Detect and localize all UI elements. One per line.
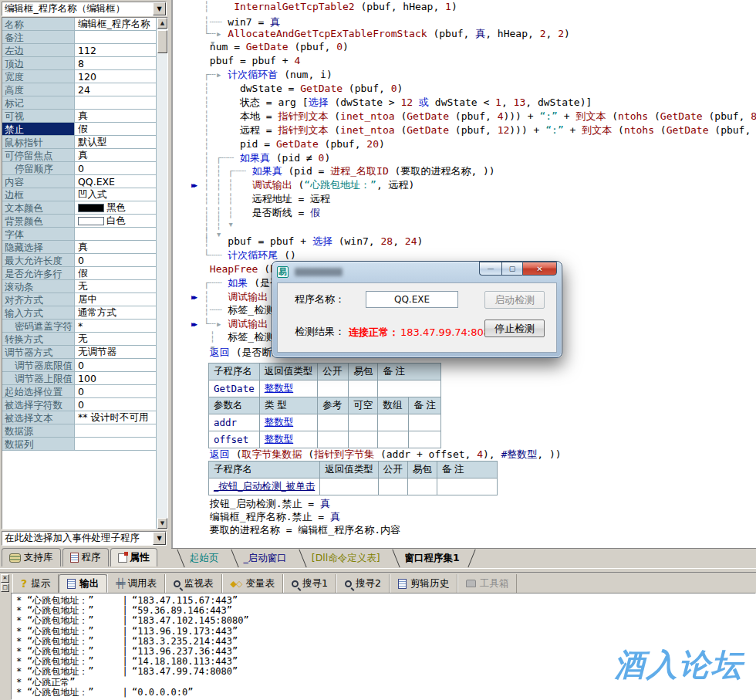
property-value[interactable] [75, 31, 156, 43]
property-row[interactable]: 是否允许多行假 [2, 267, 156, 280]
property-row[interactable]: 被选择文本** 设计时不可用 [2, 411, 156, 424]
code-line[interactable]: └┄▸ AllocateAndGetTcpExTableFromStack (p… [204, 28, 570, 40]
property-value[interactable]: 黑色 [75, 201, 156, 214]
property-row[interactable]: 宽度120 [2, 70, 156, 83]
property-value[interactable]: 真 [75, 110, 156, 122]
table-link[interactable]: 整数型 [265, 416, 294, 428]
code-line[interactable]: ┆ InternalGetTcpTable2 (pbuf, hHeap, 1) [204, 1, 457, 13]
code-line[interactable]: ┆ 本地 = 指针到文本 (inet_ntoa (GetDate (pbuf, … [204, 110, 756, 123]
property-row[interactable]: 隐藏选择真 [2, 241, 156, 254]
code-line[interactable]: ┆ ┌┄┄ 如果真 (pid ≠ 0) [204, 152, 330, 164]
property-row[interactable]: 转换方式无 [2, 333, 156, 346]
property-row[interactable]: 标记 [2, 96, 156, 110]
bottom-tab-变量表[interactable]: ◆◇变量表 [222, 574, 283, 593]
property-row[interactable]: 密码遮盖字符* [2, 320, 156, 333]
property-value[interactable]: 凹入式 [75, 188, 156, 201]
code-line[interactable]: ┆ ┆ ┆ 是否断线 = 假 [204, 207, 320, 219]
property-value[interactable]: 无 [75, 280, 156, 293]
table-link[interactable]: _按钮_启动检测_被单击 [214, 480, 315, 492]
dialog-titlebar[interactable]: 易 — ▢ ✕ [272, 262, 562, 282]
property-value[interactable]: 白色 [75, 215, 156, 227]
property-row[interactable]: 滚动条无 [2, 280, 156, 293]
editor-tab-起始页[interactable]: 起始页 [179, 549, 233, 568]
property-value[interactable]: 24 [75, 83, 156, 96]
code-line[interactable]: ┆ ┆ ┌┄┄ 如果真 (pid = 进程_名取ID (要取的进程名称, )) [204, 165, 495, 178]
detection-dialog[interactable]: 易 — ▢ ✕ 程序名称： QQ.EXE 启动检测 检测结果： 连接正常：183… [272, 261, 562, 358]
property-value[interactable]: 0 [75, 359, 156, 371]
code-line[interactable]: 返回 (是否断线 [204, 347, 282, 359]
output-line[interactable]: *“心跳包地址：”|“0.0.0.0:0” [16, 688, 755, 698]
property-row[interactable]: 左边112 [2, 44, 156, 57]
property-row[interactable]: 调节器底限值0 [2, 359, 156, 372]
property-value[interactable]: 编辑框_程序名称 [75, 18, 156, 30]
property-value[interactable] [75, 424, 156, 437]
code-line[interactable]: pbuf = pbuf + 4 [204, 55, 300, 67]
breakpoint-icon[interactable]: ▶▶ [191, 318, 195, 330]
property-row[interactable]: 最大允许长度0 [2, 254, 156, 267]
property-value[interactable]: 无 [75, 333, 156, 345]
code-line[interactable]: └┄┄ 计次循环尾 () [204, 249, 296, 262]
property-value[interactable]: 真 [75, 149, 156, 161]
property-row[interactable]: 可视真 [2, 110, 156, 123]
table-link[interactable]: 整数型 [265, 433, 294, 445]
property-row[interactable]: 名称编辑框_程序名称 [2, 18, 156, 31]
code-line[interactable]: 返回 (取字节集数据 (指针到字节集 (addr + offset, 4), #… [204, 448, 562, 461]
property-value[interactable] [75, 228, 156, 240]
scroll-down-icon[interactable]: ▼ [157, 518, 167, 529]
code-line[interactable]: num = GetDate (pbuf, 0) [204, 41, 349, 53]
code-line[interactable]: 编辑框_程序名称.禁止 = 真 [204, 511, 340, 523]
left-tab-属性[interactable]: 属性 [110, 548, 157, 566]
close-icon[interactable]: ✕ [522, 262, 557, 276]
property-row[interactable]: 内容QQ.EXE [2, 175, 156, 188]
bottom-tab-监视表[interactable]: 监视表 [165, 574, 222, 593]
breakpoint-icon[interactable]: ▶▶ [191, 291, 195, 303]
property-value[interactable]: 100 [75, 372, 156, 384]
code-line[interactable]: 要取的进程名称 = 编辑框_程序名称.内容 [204, 524, 400, 536]
code-line[interactable]: ┆ pid = GetDate (pbuf, 20) [204, 138, 385, 150]
property-value[interactable]: 默认型 [75, 136, 156, 148]
property-value[interactable]: 0 [75, 254, 156, 266]
panel-close-icon[interactable]: ✕ [1, 574, 9, 583]
scrollbar-thumb[interactable] [157, 30, 167, 53]
program-name-input[interactable]: QQ.EXE [366, 291, 458, 308]
property-value[interactable]: * [75, 320, 156, 332]
property-row[interactable]: 禁止假 [2, 123, 156, 136]
property-value[interactable]: 假 [75, 267, 156, 279]
property-row[interactable]: 调节器上限值100 [2, 372, 156, 385]
property-value[interactable]: 居中 [75, 293, 156, 306]
bottom-tab-调用表[interactable]: ╪╪调用表 [107, 574, 165, 593]
property-row[interactable]: 停留顺序0 [2, 162, 156, 175]
code-line[interactable]: ┆┄┄ win7 = 真 [204, 16, 280, 29]
property-row[interactable]: 调节器方式无调节器 [2, 346, 156, 359]
property-row[interactable]: 被选择字符数0 [2, 398, 156, 411]
property-scrollbar[interactable]: ▲ ▼ [156, 18, 167, 529]
property-value[interactable]: 112 [75, 44, 156, 56]
bottom-tab-输出[interactable]: 输出 [59, 574, 107, 593]
property-value[interactable]: 假 [75, 123, 156, 135]
property-row[interactable]: 顶边8 [2, 57, 156, 70]
property-value[interactable]: 0 [75, 398, 156, 411]
property-row[interactable]: 高度24 [2, 83, 156, 96]
code-line[interactable]: ┆ ┆ ┆ 远程地址 = 远程 [204, 193, 330, 205]
property-row[interactable]: 数据列 [2, 438, 156, 451]
editor-tab-_启动窗口[interactable]: _启动窗口 [233, 549, 301, 568]
stop-detect-button[interactable]: 停止检测 [484, 320, 545, 337]
left-tab-程序[interactable]: 程序 [62, 548, 109, 566]
property-row[interactable]: 边框凹入式 [2, 188, 156, 201]
editor-tab-窗口程序集1[interactable]: 窗口程序集1 [394, 549, 474, 568]
bottom-tab-提示[interactable]: ?提示 [12, 574, 59, 593]
table-link[interactable]: 整数型 [265, 382, 294, 394]
bottom-tab-搜寻1[interactable]: 搜寻1 [283, 574, 336, 593]
panel-float-icon[interactable]: □ [1, 583, 9, 592]
breakpoint-icon[interactable]: ▶▶ [191, 179, 195, 191]
left-tab-支持库[interactable]: 支持库 [2, 548, 61, 566]
code-line[interactable]: ┆ 状态 = arg [选择 (dwState > 12 或 dwState <… [204, 96, 592, 109]
editor-tab-[Dll命令定义表][interactable]: [Dll命令定义表] [301, 549, 394, 568]
property-row[interactable]: 字体 [2, 228, 156, 241]
code-line[interactable]: ┆ pbuf = pbuf + 选择 (win7, 28, 24) [204, 235, 423, 248]
property-row[interactable]: 备注 [2, 31, 156, 44]
property-value[interactable]: 120 [75, 70, 156, 83]
property-row[interactable]: 文本颜色黑色 [2, 201, 156, 215]
bottom-tab-剪辑历史[interactable]: 剪辑历史 [390, 574, 457, 593]
chevron-down-icon[interactable]: ▼ [153, 532, 166, 545]
